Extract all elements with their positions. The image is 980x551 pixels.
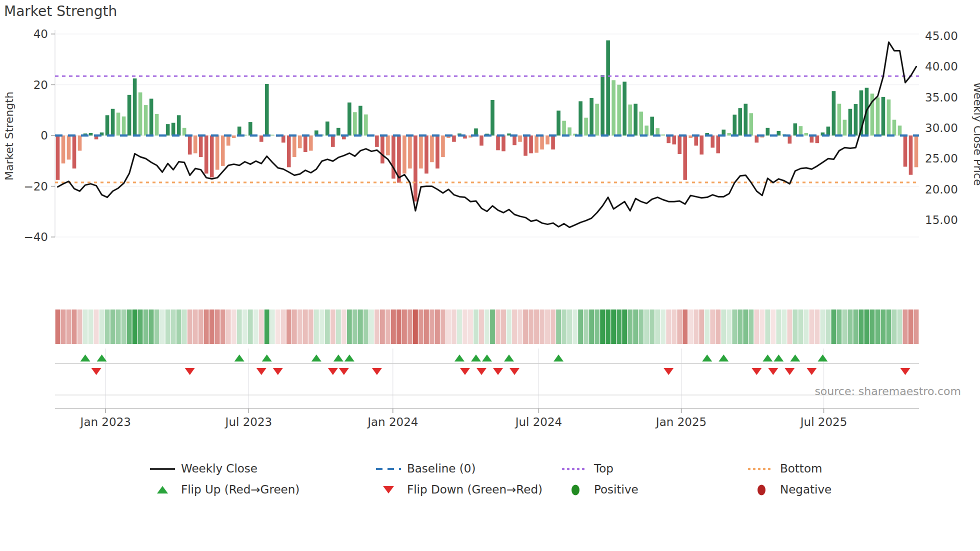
heatmap-cell xyxy=(270,310,275,344)
heatmap-cell xyxy=(171,310,176,344)
heatmap-cell xyxy=(650,310,654,344)
heatmap-cell xyxy=(110,310,116,344)
heatmap-cell xyxy=(462,310,468,344)
strength-bar xyxy=(133,78,137,136)
heatmap-cell xyxy=(198,310,204,344)
heatmap-cell xyxy=(308,310,314,344)
heatmap-cell xyxy=(578,310,583,344)
heatmap-cell xyxy=(506,310,512,344)
heatmap-cell xyxy=(704,310,710,344)
heatmap-cell xyxy=(193,310,198,344)
heatmap-cell xyxy=(584,310,588,344)
strength-bar xyxy=(584,118,588,136)
strength-bar xyxy=(89,133,93,136)
heatmap-cell xyxy=(876,310,880,344)
heatmap-cell xyxy=(116,310,121,344)
flip-up-marker xyxy=(818,354,828,362)
left-axis-title: Market Strength xyxy=(3,92,16,180)
strength-bar xyxy=(292,136,296,157)
heatmap-cell xyxy=(424,310,429,344)
grid-layer xyxy=(55,30,919,408)
heatmap-cell xyxy=(903,310,908,344)
heatmap-cell xyxy=(314,310,319,344)
strength-bar xyxy=(150,98,154,136)
legend-item-dash-blue: Baseline (0) xyxy=(376,462,476,475)
heatmap-cell xyxy=(496,310,500,344)
strength-bar xyxy=(838,104,842,136)
strength-bars xyxy=(56,40,918,202)
flip-down-marker xyxy=(460,368,470,375)
heatmap-cell xyxy=(908,310,914,344)
heatmap-cell xyxy=(594,310,600,344)
heatmap-cell xyxy=(688,310,693,344)
heatmap-cell xyxy=(479,310,484,344)
strength-bar xyxy=(358,106,362,136)
heatmap-cell xyxy=(440,310,446,344)
flip-up-marker xyxy=(774,354,784,362)
strength-bar xyxy=(265,84,269,136)
heatmap-cell xyxy=(710,310,715,344)
strength-bar xyxy=(309,136,313,150)
flip-down-marker xyxy=(185,368,195,375)
heatmap-cell xyxy=(540,310,544,344)
strength-bar xyxy=(700,136,704,154)
heatmap-cell xyxy=(204,310,209,344)
heatmap-cell xyxy=(78,310,82,344)
heatmap-cell xyxy=(886,310,892,344)
flip-up-marker xyxy=(97,354,107,362)
heatmap-cell xyxy=(556,310,561,344)
heatmap-cell xyxy=(210,310,214,344)
heatmap-cell xyxy=(127,310,132,344)
heatmap-cell xyxy=(837,310,842,344)
heatmap-cell xyxy=(430,310,434,344)
strength-bar xyxy=(628,104,632,136)
heatmap-cell xyxy=(188,310,192,344)
strength-bar xyxy=(419,136,423,168)
strength-bar xyxy=(375,136,379,147)
strength-bar xyxy=(744,104,748,136)
x-tick-label: Jan 2023 xyxy=(80,416,131,428)
strength-bar xyxy=(534,136,538,153)
strength-bar xyxy=(106,115,110,136)
strength-bar xyxy=(766,128,770,136)
flip-down-marker xyxy=(752,368,762,375)
right-tick-label: 30.00 xyxy=(925,122,958,134)
heatmap-cell xyxy=(303,310,308,344)
x-tick-label: Jul 2023 xyxy=(224,416,272,428)
heatmap-cell xyxy=(892,310,897,344)
weekly-heatmap-strip xyxy=(56,310,919,344)
strength-bar xyxy=(298,136,302,148)
flip-down-icon xyxy=(383,486,394,494)
strength-bar xyxy=(750,113,754,136)
heatmap-cell xyxy=(66,310,72,344)
heatmap-cell xyxy=(611,310,616,344)
strength-bar xyxy=(138,92,142,136)
heatmap-cell xyxy=(870,310,875,344)
strength-bar xyxy=(600,75,604,136)
heatmap-cell xyxy=(160,310,165,344)
heatmap-cell xyxy=(215,310,220,344)
heatmap-cell xyxy=(286,310,292,344)
strength-bar xyxy=(799,126,803,136)
heatmap-cell xyxy=(396,310,402,344)
heatmap-cell xyxy=(138,310,143,344)
strength-bar xyxy=(502,136,506,151)
market-strength-chart-page: Market Strength 40200−20−4045.0040.0035.… xyxy=(0,0,980,551)
strength-bar xyxy=(380,136,384,164)
heatmap-cell xyxy=(809,310,814,344)
flip-up-marker xyxy=(790,354,800,362)
strength-bar xyxy=(111,109,115,136)
heatmap-cell xyxy=(336,310,341,344)
strength-bar xyxy=(56,136,60,180)
heatmap-cell xyxy=(154,310,160,344)
strength-bar xyxy=(194,136,198,154)
flip-up-marker xyxy=(702,354,712,362)
flip-up-marker xyxy=(554,354,564,362)
heatmap-cell xyxy=(435,310,440,344)
negative-dot-icon xyxy=(758,485,766,496)
heatmap-cell xyxy=(182,310,187,344)
strength-bar xyxy=(848,109,852,136)
heatmap-cell xyxy=(61,310,66,344)
legend-label: Bottom xyxy=(780,462,822,475)
heatmap-cell xyxy=(325,310,330,344)
